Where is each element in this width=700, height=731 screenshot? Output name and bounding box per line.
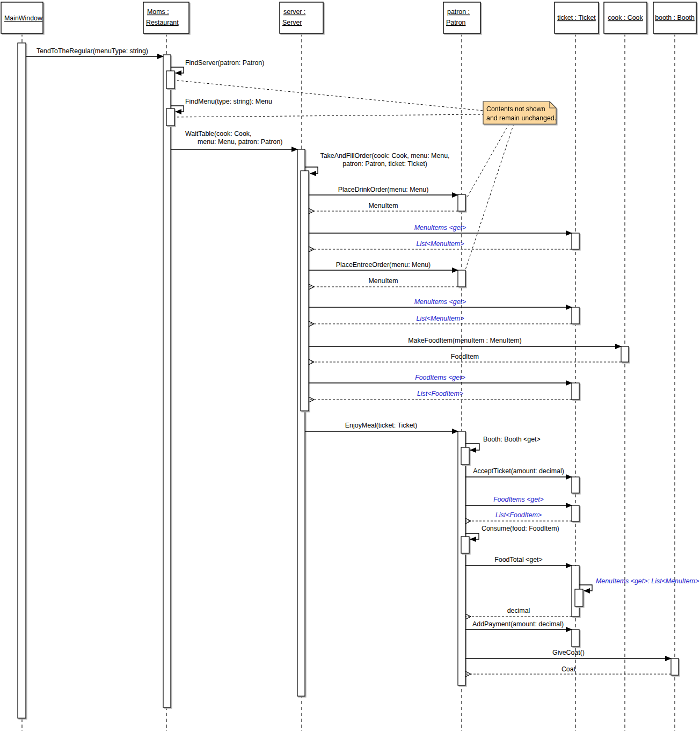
activation-ticket-fooditems-2 bbox=[572, 505, 579, 522]
message-label-waittable-line1: WaitTable(cook: Cook, bbox=[185, 130, 252, 137]
participant-ticket: ticket : Ticket bbox=[555, 2, 599, 33]
activation-ticket-menuitems-self bbox=[575, 589, 583, 606]
message-label-findserver: FindServer(patron: Patron) bbox=[185, 59, 264, 67]
note-anchor-findmenu bbox=[173, 114, 483, 117]
message-label-takeandfillorder-line1: TakeAndFillOrder(cook: Cook, menu: Menu, bbox=[320, 152, 449, 160]
activation-ticket-fooditems-1 bbox=[572, 383, 579, 400]
participant-label-ticket: ticket : Ticket bbox=[557, 14, 596, 21]
participant-label-server-line2: Server bbox=[282, 19, 302, 26]
message-label-acceptticket: AcceptTicket(amount: decimal) bbox=[473, 467, 564, 475]
note-text-line2: and remain unchanged. bbox=[486, 114, 556, 122]
message-label-enjoymeal: EnjoyMeal(ticket: Ticket) bbox=[345, 422, 417, 429]
participant-moms-restaurant: Moms : Restaurant bbox=[143, 2, 189, 33]
message-label-tendtotheregular: TendToTheRegular(menuType: string) bbox=[37, 47, 148, 55]
activation-patron-enjoymeal bbox=[458, 431, 465, 685]
message-label-decimal: decimal bbox=[507, 607, 530, 614]
activation-cook-makefooditem bbox=[621, 346, 629, 362]
activation-patron-placeentreeorder bbox=[458, 270, 465, 287]
activation-server-takeandfillorder bbox=[301, 171, 309, 411]
message-label-list-fooditem-2: List<FoodItem> bbox=[495, 511, 542, 519]
participant-label-patron-line1: patron : bbox=[447, 8, 470, 16]
participant-label-patron-line2: Patron bbox=[446, 19, 466, 26]
participant-booth: booth : Booth bbox=[653, 2, 696, 33]
note-anchor-findserver bbox=[173, 80, 483, 111]
message-label-list-menuitem-2: List<MenuItem> bbox=[417, 315, 464, 322]
message-label-takeandfillorder-line2: patron: Patron, ticket: Ticket) bbox=[342, 160, 427, 168]
message-label-makefooditem: MakeFoodItem(menuItem : MenuItem) bbox=[408, 337, 521, 344]
note-text-line1: Contents not shown bbox=[486, 105, 545, 113]
message-label-placeentreeorder: PlaceEntreeOrder(menu: Menu) bbox=[336, 261, 431, 269]
message-label-waittable-line2: menu: Menu, patron: Patron) bbox=[198, 138, 282, 146]
message-label-givecoat: GiveCoat() bbox=[552, 649, 585, 656]
message-label-foodtotal: FoodTotal <get> bbox=[494, 556, 543, 563]
participant-server: server : Server bbox=[280, 2, 323, 33]
activation-moms bbox=[163, 55, 171, 707]
activation-booth-givecoat bbox=[671, 658, 679, 675]
message-label-fooditems-get-1: FoodItems <get> bbox=[415, 374, 465, 381]
message-label-menuitem-1: MenuItem bbox=[368, 202, 398, 209]
participant-label-server-line1: server : bbox=[283, 8, 305, 16]
message-label-list-menuitem-1: List<MenuItem> bbox=[417, 240, 464, 248]
message-label-booth-get: Booth: Booth <get> bbox=[483, 436, 541, 443]
activation-ticket-acceptticket bbox=[572, 477, 579, 493]
activation-ticket-menuitems-1 bbox=[572, 233, 579, 249]
message-label-menuitems-get-return: MenuItems <get>: List<MenuItem> bbox=[596, 577, 699, 585]
participant-label-mainwindow: MainWindow bbox=[4, 15, 42, 22]
participant-label-moms-line2: Restaurant bbox=[146, 19, 179, 26]
activation-ticket-menuitems-2 bbox=[572, 307, 579, 324]
message-label-list-fooditem-1: List<FoodItem> bbox=[417, 390, 463, 397]
participant-cook: cook : Cook bbox=[604, 2, 647, 33]
note-anchor-drink-activation bbox=[464, 124, 509, 203]
participant-label-booth: booth : Booth bbox=[655, 14, 695, 21]
message-label-menuitems-get-2: MenuItems <get> bbox=[414, 298, 466, 306]
message-label-findmenu: FindMenu(type: string): Menu bbox=[185, 98, 272, 105]
note-anchor-entree-activation bbox=[464, 124, 514, 273]
message-label-menuitems-get-1: MenuItems <get> bbox=[414, 224, 466, 231]
message-label-addpayment: AddPayment(amount: decimal) bbox=[472, 620, 564, 628]
activation-patron-booth-get bbox=[461, 447, 469, 465]
activation-moms-findmenu bbox=[166, 108, 174, 126]
message-label-consume: Consume(food: FoodItem) bbox=[482, 525, 559, 532]
participant-mainwindow: MainWindow bbox=[1, 2, 43, 33]
message-label-fooditems-get-2: FoodItems <get> bbox=[493, 496, 544, 503]
participant-label-moms-line1: Moms : bbox=[147, 8, 169, 16]
activation-patron-placedrinkorder bbox=[458, 194, 465, 211]
participant-patron: patron : Patron bbox=[443, 2, 480, 33]
activation-ticket-addpayment bbox=[572, 629, 579, 647]
message-label-coat: Coat bbox=[562, 665, 576, 673]
activation-moms-findserver bbox=[166, 71, 174, 89]
note: Contents not shown and remain unchanged. bbox=[483, 102, 556, 124]
message-label-placedrinkorder: PlaceDrinkOrder(menu: Menu) bbox=[338, 186, 429, 193]
message-label-fooditem: FoodItem bbox=[451, 353, 479, 360]
participant-label-cook: cook : Cook bbox=[608, 14, 643, 21]
activation-mainwindow bbox=[18, 43, 26, 718]
message-label-menuitem-2: MenuItem bbox=[368, 277, 398, 285]
activation-patron-consume bbox=[461, 537, 469, 553]
sequence-diagram-canvas: MainWindow Moms : Restaurant server : Se… bbox=[0, 0, 700, 731]
